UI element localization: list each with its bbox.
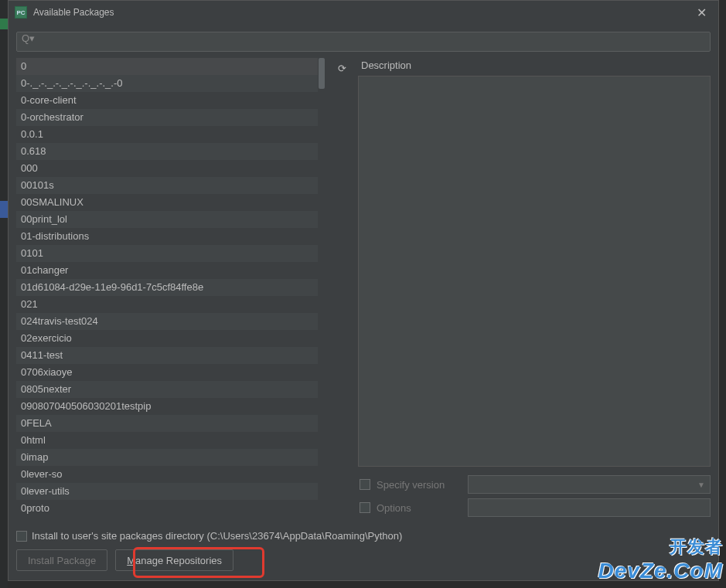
package-item[interactable]: 00101s [16,177,318,194]
package-item[interactable]: 000 [16,160,318,177]
package-item[interactable]: 0lever-so [16,466,318,483]
install-to-user-row: Install to user's site packages director… [16,530,711,542]
package-item[interactable]: 0 [16,58,318,75]
package-item[interactable]: 0706xiaoye [16,364,318,381]
package-item[interactable]: 021 [16,296,318,313]
footer-buttons: Install Package Manage Repositories [16,549,711,571]
manage-repositories-button[interactable]: Manage Repositories [115,549,233,571]
options-checkbox[interactable] [360,502,370,513]
pycharm-icon: PC [15,6,27,19]
package-item[interactable]: 0lever-utils [16,483,318,500]
package-list-wrap: 00-._.-._.-._.-._.-._.-._.-00-core-clien… [16,58,326,519]
gutter-mark-blue [0,201,8,218]
search-icon: Q▾ [22,32,35,44]
options-row: Options [358,496,711,519]
package-item[interactable]: 090807040506030201testpip [16,398,318,415]
scroll-thumb[interactable] [319,58,325,89]
package-item[interactable]: 0-core-client [16,92,318,109]
options-input[interactable] [468,498,711,517]
ide-gutter [0,0,8,588]
package-item[interactable]: 01d61084-d29e-11e9-96d1-7c5cf84ffe8e [16,279,318,296]
description-box [358,76,711,467]
package-item[interactable]: 0-._.-._.-._.-._.-._.-._.-0 [16,75,318,92]
package-item[interactable]: 02exercicio [16,330,318,347]
package-item[interactable]: 01changer [16,262,318,279]
titlebar: PC Available Packages ✕ [9,1,718,24]
dialog-title: Available Packages [33,7,114,18]
details-column: Description Specify version ▼ Options [358,58,711,519]
package-item[interactable]: 0101 [16,245,318,262]
install-to-user-checkbox[interactable] [16,531,27,542]
description-label: Description [358,58,711,76]
close-icon[interactable]: ✕ [690,5,712,20]
package-list[interactable]: 00-._.-._.-._.-._.-._.-._.-00-core-clien… [16,58,318,519]
specify-version-row: Specify version ▼ [358,473,711,496]
package-item[interactable]: 0imap [16,449,318,466]
package-item[interactable]: 0FELA [16,415,318,432]
package-item[interactable]: 0proto [16,500,318,517]
gutter-mark-green [0,19,8,29]
specify-version-combo[interactable]: ▼ [468,475,711,494]
package-item[interactable]: 00SMALINUX [16,194,318,211]
chevron-down-icon: ▼ [697,481,705,489]
package-item[interactable]: 00print_lol [16,211,318,228]
main-area: 00-._.-._.-._.-._.-._.-._.-00-core-clien… [9,58,718,525]
options-label: Options [377,502,462,514]
package-item[interactable]: 0-orchestrator [16,109,318,126]
package-item[interactable]: 024travis-test024 [16,313,318,330]
package-item[interactable]: 0805nexter [16,381,318,398]
package-scrollbar[interactable] [318,58,326,519]
package-item[interactable]: 0.0.1 [16,126,318,143]
install-package-button[interactable]: Install Package [16,549,107,571]
package-item[interactable]: 0.618 [16,143,318,160]
search-input[interactable]: Q▾ [16,32,711,52]
specify-version-label: Specify version [377,479,462,491]
footer: Install to user's site packages director… [9,525,718,580]
package-item[interactable]: 0411-test [16,347,318,364]
package-list-column: 00-._.-._.-._.-._.-._.-._.-00-core-clien… [16,58,326,519]
refresh-column: ⟳ [330,58,353,519]
package-item[interactable]: 0html [16,432,318,449]
available-packages-dialog: PC Available Packages ✕ Q▾ 00-._.-._.-._… [8,0,719,581]
install-to-user-label: Install to user's site packages director… [32,530,402,542]
search-row: Q▾ [9,24,718,58]
manage-repositories-label: Manage Repositories [127,555,222,566]
specify-version-checkbox[interactable] [360,479,370,490]
package-item[interactable]: 01-distributions [16,228,318,245]
refresh-icon[interactable]: ⟳ [332,59,351,76]
